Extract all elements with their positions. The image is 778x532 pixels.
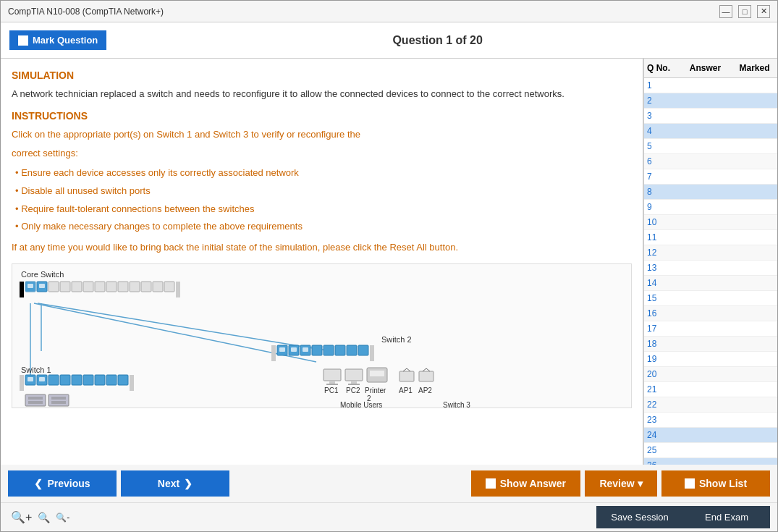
svg-text:AP2: AP2 [418, 387, 432, 394]
zoom-out-button[interactable]: 🔍 [35, 510, 53, 525]
sidebar-row[interactable]: 8 [644, 185, 777, 200]
svg-text:Printer: Printer [365, 387, 386, 394]
row-qno: 5 [647, 141, 676, 151]
window-title: CompTIA N10-008 (CompTIA Network+) [8, 7, 164, 17]
restore-button[interactable]: □ [738, 5, 751, 18]
question-title: Question 1 of 20 [106, 34, 769, 47]
network-diagram[interactable]: Core Switch [12, 263, 632, 408]
svg-rect-10 [72, 282, 82, 292]
svg-rect-39 [329, 381, 335, 384]
simulation-label: SIMULATION [12, 69, 632, 81]
svg-rect-12 [95, 282, 105, 292]
save-session-button[interactable]: Save Session [596, 506, 683, 528]
svg-rect-17 [153, 282, 163, 292]
sidebar-row[interactable]: 5 [644, 139, 777, 154]
sidebar-row[interactable]: 16 [644, 306, 777, 321]
svg-text:Mobile Users: Mobile Users [340, 401, 382, 409]
previous-button[interactable]: ❮ Previous [8, 470, 117, 497]
svg-text:PC2: PC2 [346, 387, 360, 394]
row-qno: 21 [647, 384, 676, 394]
review-button[interactable]: Review ▾ [585, 470, 657, 497]
col-qno-header: Q No. [647, 63, 676, 73]
svg-rect-40 [326, 384, 338, 385]
svg-rect-76 [28, 401, 43, 404]
svg-rect-43 [351, 381, 357, 384]
svg-rect-78 [51, 397, 66, 400]
row-qno: 1 [647, 80, 676, 90]
svg-rect-38 [324, 369, 341, 381]
sidebar-row[interactable]: 15 [644, 291, 777, 306]
svg-rect-72 [118, 375, 128, 385]
sidebar-row[interactable]: 21 [644, 382, 777, 397]
svg-line-55 [423, 368, 426, 371]
sidebar-row[interactable]: 24 [644, 428, 777, 443]
sidebar-row[interactable]: 25 [644, 443, 777, 458]
svg-rect-63 [28, 377, 33, 381]
svg-text:AP1: AP1 [399, 387, 413, 394]
sidebar-row[interactable]: 2 [644, 93, 777, 109]
svg-text:PC1: PC1 [324, 387, 339, 394]
row-qno: 9 [647, 202, 676, 212]
svg-rect-61 [20, 375, 24, 391]
sidebar-row[interactable]: 23 [644, 413, 777, 428]
svg-rect-11 [83, 282, 93, 292]
sidebar-row[interactable]: 11 [644, 230, 777, 245]
svg-line-51 [403, 368, 407, 371]
zoom-in-button[interactable]: 🔍+ [8, 509, 35, 525]
row-qno: 25 [647, 445, 676, 455]
row-qno: 17 [647, 324, 676, 334]
svg-rect-5 [28, 284, 33, 288]
mark-question-button[interactable]: Mark Question [9, 30, 106, 50]
svg-rect-71 [106, 375, 117, 385]
svg-rect-35 [347, 345, 357, 355]
next-button[interactable]: Next ❯ [121, 470, 229, 497]
sidebar-row[interactable]: 20 [644, 367, 777, 382]
end-exam-button[interactable]: End Exam [683, 506, 770, 528]
show-list-icon [685, 478, 695, 489]
sidebar-row[interactable]: 14 [644, 276, 777, 291]
svg-rect-67 [60, 375, 70, 385]
svg-rect-31 [303, 347, 308, 352]
show-list-button[interactable]: Show List [661, 470, 770, 497]
window-controls: — □ ✕ [719, 5, 770, 18]
sidebar-row[interactable]: 1 [644, 78, 777, 93]
svg-rect-77 [48, 394, 69, 406]
row-qno: 7 [647, 172, 676, 182]
svg-rect-34 [335, 345, 345, 355]
sidebar-row[interactable]: 18 [644, 337, 777, 352]
svg-rect-27 [279, 347, 285, 352]
instructions-label: INSTRUCTIONS [12, 110, 632, 122]
main-area: SIMULATION A network technician replaced… [1, 59, 777, 465]
svg-rect-33 [324, 345, 334, 355]
sidebar-row[interactable]: 7 [644, 169, 777, 185]
svg-rect-9 [60, 282, 70, 292]
svg-rect-1 [20, 282, 24, 297]
sidebar-row[interactable]: 10 [644, 215, 777, 230]
svg-rect-66 [48, 375, 59, 385]
sidebar-row[interactable]: 19 [644, 352, 777, 367]
sidebar-row[interactable]: 3 [644, 109, 777, 124]
sidebar-row[interactable]: 22 [644, 397, 777, 413]
bullet-item-3: • Require fault-tolerant connections bet… [12, 202, 632, 217]
row-qno: 6 [647, 156, 676, 166]
sidebar-row[interactable]: 9 [644, 200, 777, 215]
sidebar-row[interactable]: 17 [644, 321, 777, 337]
instruction-line2: correct settings: [12, 146, 632, 161]
row-qno: 15 [647, 293, 676, 303]
bullet-item-4: • Only make necessary changes to complet… [12, 219, 632, 235]
sidebar-row[interactable]: 4 [644, 124, 777, 139]
show-answer-button[interactable]: Show Answer [471, 470, 580, 497]
row-qno: 19 [647, 354, 676, 364]
svg-rect-25 [271, 345, 276, 361]
row-qno: 2 [647, 96, 676, 106]
sidebar-row[interactable]: 12 [644, 245, 777, 261]
sidebar-row[interactable]: 13 [644, 261, 777, 276]
row-qno: 24 [647, 430, 676, 440]
bottom-buttons-row1: ❮ Previous Next ❯ Show Answer Review ▾ S… [1, 465, 777, 502]
minimize-button[interactable]: — [719, 5, 732, 18]
close-button[interactable]: ✕ [757, 5, 770, 18]
svg-rect-37 [370, 345, 374, 361]
zoom-reset-button[interactable]: 🔍- [53, 511, 72, 524]
sidebar-row[interactable]: 6 [644, 154, 777, 169]
sidebar-row[interactable]: 26 [644, 458, 777, 465]
